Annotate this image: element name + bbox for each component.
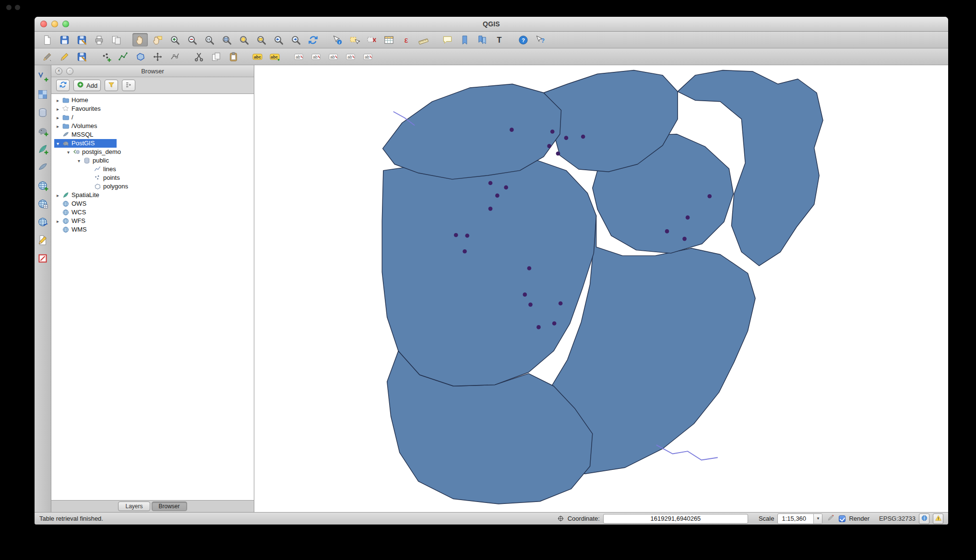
render-checkbox[interactable] — [839, 515, 845, 522]
add-wms-layer-button[interactable] — [36, 179, 49, 192]
new-bookmark-button[interactable] — [457, 33, 472, 47]
current-edits-button[interactable] — [39, 50, 55, 63]
tree-item-wfs[interactable]: ▸WFS — [51, 217, 254, 225]
save-layer-edits-button[interactable] — [74, 50, 89, 63]
chevron-right-icon[interactable]: ▸ — [54, 124, 61, 129]
map-tips-button[interactable] — [440, 33, 455, 47]
tree-item-[interactable]: ▸/ — [51, 113, 254, 122]
zoom-in-button[interactable] — [167, 33, 182, 47]
tree-item-polygons[interactable]: polygons — [51, 182, 254, 191]
label-tool-5-button[interactable]: ab — [360, 50, 375, 63]
add-database-layer-button[interactable] — [36, 106, 49, 119]
add-wcs-layer-button[interactable] — [36, 198, 49, 210]
text-annotation-button[interactable]: T — [491, 33, 507, 47]
scale-combo[interactable]: 1:15,360 ▼ — [777, 513, 822, 524]
coordinate-input[interactable] — [603, 514, 748, 524]
save-project-button[interactable] — [57, 33, 72, 47]
new-project-button[interactable] — [39, 33, 55, 47]
add-polygon-feature-button[interactable] — [132, 50, 148, 63]
chevron-down-icon[interactable]: ▾ — [75, 158, 83, 163]
paste-features-button[interactable] — [226, 50, 241, 63]
zoom-out-button[interactable] — [184, 33, 200, 47]
crs-status-button[interactable] — [919, 513, 929, 524]
add-feature-button[interactable] — [98, 50, 113, 63]
detach-panel-button[interactable]: ▫ — [66, 68, 73, 75]
stop-rendering-button[interactable] — [826, 514, 835, 524]
move-feature-button[interactable] — [150, 50, 165, 63]
chevron-right-icon[interactable]: ▸ — [54, 106, 61, 112]
open-attribute-table-button[interactable] — [381, 33, 396, 47]
deselect-features-button[interactable] — [364, 33, 379, 47]
close-panel-button[interactable]: × — [55, 68, 62, 75]
new-shapefile-layer-button[interactable] — [36, 234, 49, 246]
refresh-browser-button[interactable] — [56, 80, 70, 91]
tree-item-spatialite[interactable]: ▸SpatiaLite — [51, 191, 254, 199]
add-mssql-layer-button[interactable] — [36, 161, 49, 174]
measure-line-button[interactable] — [416, 33, 431, 47]
labeling-button[interactable]: abc — [250, 50, 265, 63]
zoom-window-button[interactable] — [62, 21, 69, 27]
messages-button[interactable] — [933, 513, 943, 524]
zoom-to-layer-button[interactable] — [253, 33, 269, 47]
scale-dropdown-arrow-icon[interactable]: ▼ — [813, 514, 822, 524]
remove-layer-button[interactable] — [36, 252, 49, 265]
tree-item-ows[interactable]: OWS — [51, 199, 254, 208]
zoom-to-selection-button[interactable] — [236, 33, 251, 47]
cut-features-button[interactable] — [191, 50, 206, 63]
pan-map-button[interactable] — [132, 33, 148, 47]
tab-browser[interactable]: Browser — [152, 502, 187, 511]
label-tool-4-button[interactable]: ab — [343, 50, 358, 63]
add-wfs-layer-button[interactable] — [36, 216, 49, 228]
tree-item-public[interactable]: ▾public — [51, 156, 254, 165]
label-settings-button[interactable]: abc — [267, 50, 282, 63]
chevron-down-icon[interactable]: ▾ — [54, 141, 61, 146]
whats-this-button[interactable]: ? — [533, 33, 548, 47]
show-bookmarks-button[interactable] — [474, 33, 489, 47]
add-spatialite-layer-button[interactable] — [36, 143, 49, 155]
composer-manager-button[interactable] — [108, 33, 124, 47]
tree-item-lines[interactable]: lines — [51, 165, 254, 174]
filter-browser-button[interactable] — [105, 80, 118, 91]
pan-to-selection-button[interactable] — [150, 33, 165, 47]
label-tool-3-button[interactable]: ab — [325, 50, 341, 63]
chevron-right-icon[interactable]: ▸ — [54, 219, 61, 224]
help-contents-button[interactable]: ? — [515, 33, 531, 47]
tab-layers[interactable]: Layers — [118, 502, 150, 511]
copy-features-button[interactable] — [208, 50, 224, 63]
save-project-as-button[interactable] — [74, 33, 89, 47]
browser-tree[interactable]: ▸Home▸Favourites▸/▸/VolumesMSSQL▾PostGIS… — [51, 93, 254, 501]
tree-item-wcs[interactable]: WCS — [51, 208, 254, 217]
tree-item-favourites[interactable]: ▸Favourites — [51, 105, 254, 113]
tree-item-postgis[interactable]: ▾PostGIS — [51, 139, 254, 148]
chevron-right-icon[interactable]: ▸ — [54, 98, 61, 103]
close-window-button[interactable] — [40, 21, 47, 27]
zoom-last-button[interactable] — [271, 33, 286, 47]
label-tool-1-button[interactable]: ab — [291, 50, 306, 63]
add-raster-layer-button[interactable] — [36, 88, 49, 101]
add-selected-layers-button[interactable]: Add — [73, 80, 101, 91]
chevron-right-icon[interactable]: ▸ — [54, 115, 61, 120]
identify-features-button[interactable]: i — [329, 33, 345, 47]
tree-item-points[interactable]: points — [51, 174, 254, 182]
tree-item-mssql[interactable]: MSSQL — [51, 130, 254, 139]
refresh-map-button[interactable] — [305, 33, 321, 47]
tree-item-postgis-demo[interactable]: ▾postgis_demo — [51, 148, 254, 156]
node-tool-button[interactable] — [167, 50, 182, 63]
zoom-next-button[interactable] — [288, 33, 303, 47]
new-print-composer-button[interactable] — [91, 33, 107, 47]
zoom-actual-button[interactable] — [202, 33, 217, 47]
minimize-window-button[interactable] — [51, 21, 58, 27]
add-vector-layer-button[interactable] — [36, 70, 49, 82]
field-calculator-button[interactable]: ε — [398, 33, 414, 47]
chevron-right-icon[interactable]: ▸ — [54, 193, 61, 198]
select-features-button[interactable] — [346, 33, 362, 47]
chevron-down-icon[interactable]: ▾ — [65, 150, 72, 155]
toggle-editing-button[interactable] — [57, 50, 72, 63]
label-tool-2-button[interactable]: ab — [308, 50, 323, 63]
map-canvas[interactable] — [254, 65, 948, 512]
tree-item-wms[interactable]: WMS — [51, 225, 254, 234]
add-line-feature-button[interactable] — [115, 50, 131, 63]
tree-item-volumes[interactable]: ▸/Volumes — [51, 122, 254, 130]
zoom-full-button[interactable] — [219, 33, 234, 47]
tree-item-home[interactable]: ▸Home — [51, 96, 254, 105]
